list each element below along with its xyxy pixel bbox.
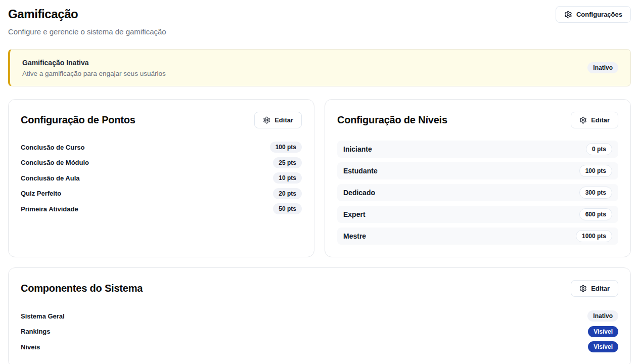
level-points-badge: 100 pts: [579, 165, 612, 177]
levels-edit-button-label: Editar: [591, 116, 610, 124]
components-edit-button-label: Editar: [591, 285, 610, 292]
settings-button-label: Configurações: [576, 11, 622, 18]
components-edit-button[interactable]: Editar: [571, 280, 618, 297]
points-card-header: Configuração de Pontos Editar: [21, 112, 302, 128]
gear-icon: [579, 116, 587, 124]
level-row: Expert 600 pts: [337, 206, 618, 223]
component-status-badge[interactable]: Visível: [588, 326, 618, 337]
component-row-label: Sistema Geral: [21, 312, 65, 320]
level-row-label: Mestre: [343, 232, 366, 240]
points-list: Conclusão de Curso 100 pts Conclusão de …: [21, 140, 302, 217]
points-card-title: Configuração de Pontos: [21, 114, 135, 126]
level-row-label: Iniciante: [343, 145, 372, 153]
gear-icon: [564, 11, 572, 19]
gamification-settings-page: Gamificação Configure e gerencie o siste…: [0, 0, 639, 364]
banner-title: Gamificação Inativa: [22, 59, 166, 67]
levels-config-card: Configuração de Níveis Editar Iniciante …: [325, 99, 631, 257]
points-value-badge: 100 pts: [270, 142, 302, 153]
level-points-badge: 300 pts: [579, 187, 612, 199]
level-points-badge: 0 pts: [586, 143, 612, 155]
points-row: Primeira Atividade 50 pts: [21, 201, 302, 217]
component-status-badge[interactable]: Inativo: [587, 310, 618, 322]
points-row-label: Conclusão de Aula: [21, 174, 80, 182]
points-value-badge: 10 pts: [273, 172, 302, 184]
page-title: Gamificação: [8, 7, 166, 21]
points-value-badge: 20 pts: [273, 188, 302, 199]
points-row: Conclusão de Aula 10 pts: [21, 170, 302, 186]
points-edit-button-label: Editar: [275, 116, 293, 124]
level-row: Iniciante 0 pts: [337, 141, 618, 158]
settings-button[interactable]: Configurações: [556, 6, 631, 23]
page-header: Gamificação Configure e gerencie o siste…: [8, 6, 631, 36]
points-row-label: Conclusão de Módulo: [21, 159, 89, 166]
level-row: Estudante 100 pts: [337, 162, 618, 179]
points-edit-button[interactable]: Editar: [254, 112, 302, 128]
level-points-badge: 1000 pts: [576, 230, 612, 242]
cards-grid: Configuração de Pontos Editar Conclusão …: [8, 99, 631, 257]
system-components-card: Componentes do Sistema Editar Sistema Ge…: [8, 267, 631, 364]
points-value-badge: 50 pts: [273, 203, 302, 214]
banner-text-block: Gamificação Inativa Ative a gamificação …: [22, 59, 166, 77]
page-subtitle: Configure e gerencie o sistema de gamifi…: [8, 27, 166, 36]
points-config-card: Configuração de Pontos Editar Conclusão …: [8, 99, 314, 257]
component-row: Rankings Visível: [21, 324, 618, 340]
levels-card-title: Configuração de Níveis: [337, 114, 447, 126]
components-card-title: Componentes do Sistema: [21, 283, 143, 294]
level-row-label: Estudante: [343, 167, 378, 175]
component-status-badge[interactable]: Visível: [588, 341, 618, 352]
components-card-header: Componentes do Sistema Editar: [21, 280, 618, 297]
points-row: Conclusão de Módulo 25 pts: [21, 155, 302, 171]
gear-icon: [579, 285, 587, 292]
component-row-label: Níveis: [21, 343, 40, 351]
points-value-badge: 25 pts: [273, 157, 302, 168]
gamification-inactive-banner: Gamificação Inativa Ative a gamificação …: [8, 49, 631, 86]
page-heading-block: Gamificação Configure e gerencie o siste…: [8, 6, 166, 36]
components-list: Sistema Geral Inativo Rankings Visível N…: [21, 308, 618, 355]
levels-edit-button[interactable]: Editar: [571, 112, 618, 128]
level-row: Mestre 1000 pts: [337, 228, 618, 245]
points-row: Conclusão de Curso 100 pts: [21, 140, 302, 155]
points-row: Quiz Perfeito 20 pts: [21, 186, 302, 202]
points-row-label: Primeira Atividade: [21, 205, 78, 213]
banner-subtitle: Ative a gamificação para engajar seus us…: [22, 70, 166, 77]
points-row-label: Conclusão de Curso: [21, 144, 84, 151]
level-points-badge: 600 pts: [579, 208, 612, 220]
level-row: Dedicado 300 pts: [337, 184, 618, 201]
banner-status-badge: Inativo: [587, 62, 618, 73]
points-row-label: Quiz Perfeito: [21, 190, 61, 197]
component-row: Níveis Visível: [21, 339, 618, 355]
level-row-label: Expert: [343, 210, 366, 218]
levels-list: Iniciante 0 pts Estudante 100 pts Dedica…: [337, 141, 618, 245]
gear-icon: [263, 116, 270, 124]
level-row-label: Dedicado: [343, 189, 375, 197]
levels-card-header: Configuração de Níveis Editar: [337, 112, 618, 128]
component-row: Sistema Geral Inativo: [21, 308, 618, 324]
component-row-label: Rankings: [21, 328, 51, 335]
